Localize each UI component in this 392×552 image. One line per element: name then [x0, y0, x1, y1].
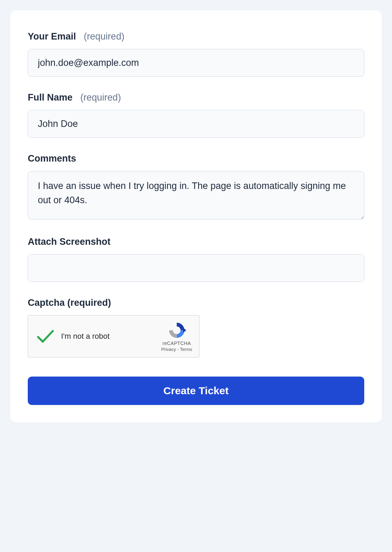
comments-textarea[interactable]: I have an issue when I try logging in. T… [28, 171, 364, 219]
screenshot-field-group: Attach Screenshot [28, 236, 364, 282]
screenshot-label: Attach Screenshot [28, 236, 364, 247]
recaptcha-brand-text: reCAPTCHA [162, 340, 191, 346]
recaptcha-checkbox-label: I'm not a robot [61, 332, 110, 341]
comments-label: Comments [28, 153, 364, 164]
recaptcha-link-sep: - [176, 347, 180, 352]
fullname-required-note: (required) [80, 92, 121, 103]
captcha-label: Captcha (required) [28, 297, 364, 308]
email-field-group: Your Email (required) [28, 31, 364, 77]
recaptcha-right: reCAPTCHA Privacy - Terms [161, 321, 192, 352]
fullname-label-text: Full Name [28, 92, 73, 103]
email-required-note: (required) [84, 31, 125, 42]
recaptcha-widget[interactable]: I'm not a robot reCAPTCHA Privacy - Term… [28, 315, 199, 357]
ticket-form-card: Your Email (required) Full Name (require… [10, 10, 382, 422]
create-ticket-button[interactable]: Create Ticket [28, 377, 364, 405]
recaptcha-links: Privacy - Terms [161, 347, 192, 352]
screenshot-input[interactable] [28, 254, 364, 282]
email-input[interactable] [28, 49, 364, 77]
recaptcha-privacy-link[interactable]: Privacy [161, 347, 176, 352]
recaptcha-terms-link[interactable]: Terms [180, 347, 192, 352]
recaptcha-logo-icon [167, 321, 186, 340]
svg-marker-0 [183, 328, 186, 333]
comments-field-group: Comments I have an issue when I try logg… [28, 153, 364, 221]
captcha-field-group: Captcha (required) I'm not a robot [28, 297, 364, 357]
fullname-field-group: Full Name (required) [28, 92, 364, 138]
fullname-input[interactable] [28, 110, 364, 138]
recaptcha-left: I'm not a robot [37, 329, 110, 344]
checkmark-icon [37, 329, 54, 344]
email-label: Your Email (required) [28, 31, 364, 42]
email-label-text: Your Email [28, 31, 76, 42]
fullname-label: Full Name (required) [28, 92, 364, 103]
